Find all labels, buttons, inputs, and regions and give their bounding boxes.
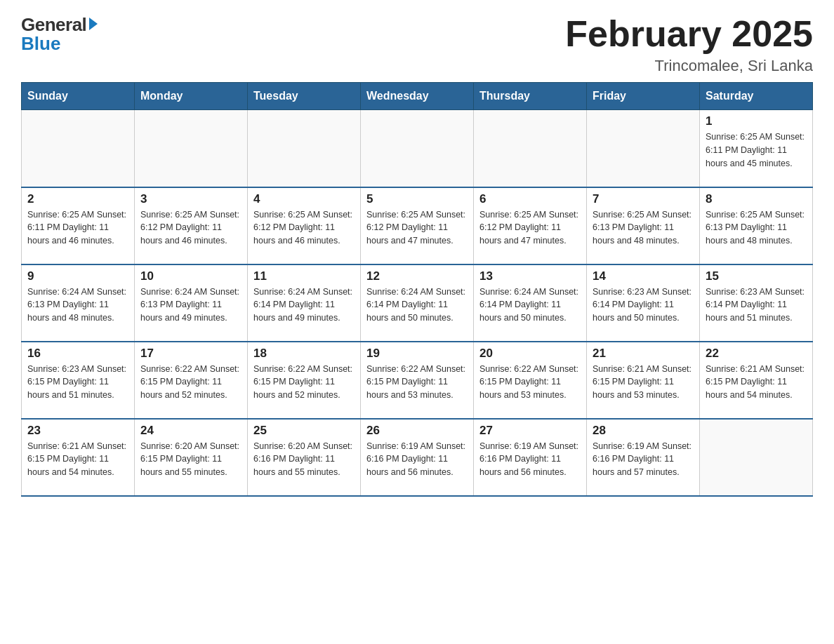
- calendar-day-cell: 22Sunrise: 6:21 AM Sunset: 6:15 PM Dayli…: [700, 342, 813, 419]
- day-number: 5: [366, 192, 468, 206]
- calendar-day-cell: 1Sunrise: 6:25 AM Sunset: 6:11 PM Daylig…: [700, 110, 813, 187]
- calendar-body: 1Sunrise: 6:25 AM Sunset: 6:11 PM Daylig…: [22, 110, 813, 496]
- weekday-header-monday: Monday: [135, 83, 248, 110]
- day-info: Sunrise: 6:23 AM Sunset: 6:14 PM Dayligh…: [593, 286, 694, 325]
- calendar-day-cell: 26Sunrise: 6:19 AM Sunset: 6:16 PM Dayli…: [361, 419, 474, 496]
- day-number: 28: [593, 424, 694, 438]
- day-number: 25: [253, 424, 355, 438]
- day-number: 9: [27, 269, 128, 283]
- calendar-day-cell: [474, 110, 587, 187]
- day-number: 1: [706, 114, 807, 128]
- weekday-header-saturday: Saturday: [700, 83, 813, 110]
- calendar-week-3: 9Sunrise: 6:24 AM Sunset: 6:13 PM Daylig…: [22, 264, 813, 342]
- day-number: 7: [593, 192, 694, 206]
- calendar-week-5: 23Sunrise: 6:21 AM Sunset: 6:15 PM Dayli…: [22, 419, 813, 496]
- day-info: Sunrise: 6:21 AM Sunset: 6:15 PM Dayligh…: [593, 363, 694, 402]
- page-header: General Blue February 2025 Trincomalee, …: [21, 14, 813, 75]
- calendar-day-cell: 7Sunrise: 6:25 AM Sunset: 6:13 PM Daylig…: [587, 187, 700, 264]
- day-number: 26: [366, 424, 468, 438]
- calendar-week-2: 2Sunrise: 6:25 AM Sunset: 6:11 PM Daylig…: [22, 187, 813, 264]
- day-info: Sunrise: 6:23 AM Sunset: 6:15 PM Dayligh…: [27, 363, 128, 402]
- day-number: 16: [27, 347, 128, 361]
- calendar-day-cell: 12Sunrise: 6:24 AM Sunset: 6:14 PM Dayli…: [361, 264, 474, 342]
- location-subtitle: Trincomalee, Sri Lanka: [565, 57, 813, 75]
- day-info: Sunrise: 6:21 AM Sunset: 6:15 PM Dayligh…: [27, 440, 128, 479]
- day-number: 13: [479, 269, 581, 283]
- logo: General Blue: [21, 14, 98, 55]
- calendar-header: SundayMondayTuesdayWednesdayThursdayFrid…: [22, 83, 813, 110]
- day-number: 17: [140, 347, 241, 361]
- calendar-day-cell: 25Sunrise: 6:20 AM Sunset: 6:16 PM Dayli…: [248, 419, 361, 496]
- calendar-day-cell: 15Sunrise: 6:23 AM Sunset: 6:14 PM Dayli…: [700, 264, 813, 342]
- day-info: Sunrise: 6:23 AM Sunset: 6:14 PM Dayligh…: [706, 286, 807, 325]
- calendar-day-cell: 24Sunrise: 6:20 AM Sunset: 6:15 PM Dayli…: [135, 419, 248, 496]
- calendar-day-cell: 27Sunrise: 6:19 AM Sunset: 6:16 PM Dayli…: [474, 419, 587, 496]
- day-info: Sunrise: 6:25 AM Sunset: 6:12 PM Dayligh…: [253, 208, 355, 248]
- calendar-day-cell: 28Sunrise: 6:19 AM Sunset: 6:16 PM Dayli…: [587, 419, 700, 496]
- weekday-header-tuesday: Tuesday: [248, 83, 361, 110]
- day-info: Sunrise: 6:24 AM Sunset: 6:13 PM Dayligh…: [27, 286, 128, 325]
- day-number: 22: [706, 347, 807, 361]
- day-number: 4: [253, 192, 355, 206]
- day-number: 6: [479, 192, 581, 206]
- day-number: 19: [366, 347, 468, 361]
- calendar-day-cell: 11Sunrise: 6:24 AM Sunset: 6:14 PM Dayli…: [248, 264, 361, 342]
- day-info: Sunrise: 6:20 AM Sunset: 6:16 PM Dayligh…: [253, 440, 355, 479]
- day-number: 23: [27, 424, 128, 438]
- calendar-day-cell: [248, 110, 361, 187]
- calendar-day-cell: [700, 419, 813, 496]
- day-number: 21: [593, 347, 694, 361]
- weekday-header-sunday: Sunday: [22, 83, 135, 110]
- calendar-day-cell: 20Sunrise: 6:22 AM Sunset: 6:15 PM Dayli…: [474, 342, 587, 419]
- day-info: Sunrise: 6:19 AM Sunset: 6:16 PM Dayligh…: [593, 440, 694, 479]
- day-info: Sunrise: 6:21 AM Sunset: 6:15 PM Dayligh…: [706, 363, 807, 402]
- day-info: Sunrise: 6:25 AM Sunset: 6:12 PM Dayligh…: [366, 208, 468, 248]
- calendar-day-cell: 8Sunrise: 6:25 AM Sunset: 6:13 PM Daylig…: [700, 187, 813, 264]
- calendar-week-1: 1Sunrise: 6:25 AM Sunset: 6:11 PM Daylig…: [22, 110, 813, 187]
- calendar-day-cell: 17Sunrise: 6:22 AM Sunset: 6:15 PM Dayli…: [135, 342, 248, 419]
- day-info: Sunrise: 6:22 AM Sunset: 6:15 PM Dayligh…: [140, 363, 241, 402]
- day-info: Sunrise: 6:19 AM Sunset: 6:16 PM Dayligh…: [479, 440, 581, 479]
- day-info: Sunrise: 6:25 AM Sunset: 6:13 PM Dayligh…: [706, 208, 807, 248]
- calendar-day-cell: 10Sunrise: 6:24 AM Sunset: 6:13 PM Dayli…: [135, 264, 248, 342]
- day-info: Sunrise: 6:25 AM Sunset: 6:11 PM Dayligh…: [27, 208, 128, 248]
- day-number: 3: [140, 192, 241, 206]
- day-number: 10: [140, 269, 241, 283]
- calendar-day-cell: 6Sunrise: 6:25 AM Sunset: 6:12 PM Daylig…: [474, 187, 587, 264]
- day-number: 14: [593, 269, 694, 283]
- day-info: Sunrise: 6:25 AM Sunset: 6:13 PM Dayligh…: [593, 208, 694, 248]
- logo-arrow-icon: [89, 18, 98, 30]
- day-info: Sunrise: 6:24 AM Sunset: 6:14 PM Dayligh…: [366, 286, 468, 325]
- weekday-header-thursday: Thursday: [474, 83, 587, 110]
- month-title: February 2025: [565, 14, 813, 54]
- day-info: Sunrise: 6:22 AM Sunset: 6:15 PM Dayligh…: [366, 363, 468, 402]
- calendar-day-cell: 9Sunrise: 6:24 AM Sunset: 6:13 PM Daylig…: [22, 264, 135, 342]
- calendar-day-cell: 21Sunrise: 6:21 AM Sunset: 6:15 PM Dayli…: [587, 342, 700, 419]
- day-info: Sunrise: 6:20 AM Sunset: 6:15 PM Dayligh…: [140, 440, 241, 479]
- calendar-day-cell: 19Sunrise: 6:22 AM Sunset: 6:15 PM Dayli…: [361, 342, 474, 419]
- day-number: 12: [366, 269, 468, 283]
- calendar-day-cell: 16Sunrise: 6:23 AM Sunset: 6:15 PM Dayli…: [22, 342, 135, 419]
- calendar-day-cell: 14Sunrise: 6:23 AM Sunset: 6:14 PM Dayli…: [587, 264, 700, 342]
- day-number: 15: [706, 269, 807, 283]
- day-info: Sunrise: 6:22 AM Sunset: 6:15 PM Dayligh…: [253, 363, 355, 402]
- day-number: 27: [479, 424, 581, 438]
- header-row: SundayMondayTuesdayWednesdayThursdayFrid…: [22, 83, 813, 110]
- day-info: Sunrise: 6:24 AM Sunset: 6:14 PM Dayligh…: [479, 286, 581, 325]
- day-info: Sunrise: 6:25 AM Sunset: 6:11 PM Dayligh…: [706, 130, 807, 170]
- calendar-day-cell: 18Sunrise: 6:22 AM Sunset: 6:15 PM Dayli…: [248, 342, 361, 419]
- logo-blue-text: Blue: [21, 33, 60, 55]
- day-info: Sunrise: 6:25 AM Sunset: 6:12 PM Dayligh…: [140, 208, 241, 248]
- calendar-day-cell: 23Sunrise: 6:21 AM Sunset: 6:15 PM Dayli…: [22, 419, 135, 496]
- calendar-day-cell: 13Sunrise: 6:24 AM Sunset: 6:14 PM Dayli…: [474, 264, 587, 342]
- calendar-table: SundayMondayTuesdayWednesdayThursdayFrid…: [21, 82, 813, 497]
- calendar-week-4: 16Sunrise: 6:23 AM Sunset: 6:15 PM Dayli…: [22, 342, 813, 419]
- calendar-day-cell: 3Sunrise: 6:25 AM Sunset: 6:12 PM Daylig…: [135, 187, 248, 264]
- day-number: 8: [706, 192, 807, 206]
- day-info: Sunrise: 6:25 AM Sunset: 6:12 PM Dayligh…: [479, 208, 581, 248]
- calendar-day-cell: [22, 110, 135, 187]
- weekday-header-wednesday: Wednesday: [361, 83, 474, 110]
- calendar-day-cell: 5Sunrise: 6:25 AM Sunset: 6:12 PM Daylig…: [361, 187, 474, 264]
- day-number: 18: [253, 347, 355, 361]
- day-number: 20: [479, 347, 581, 361]
